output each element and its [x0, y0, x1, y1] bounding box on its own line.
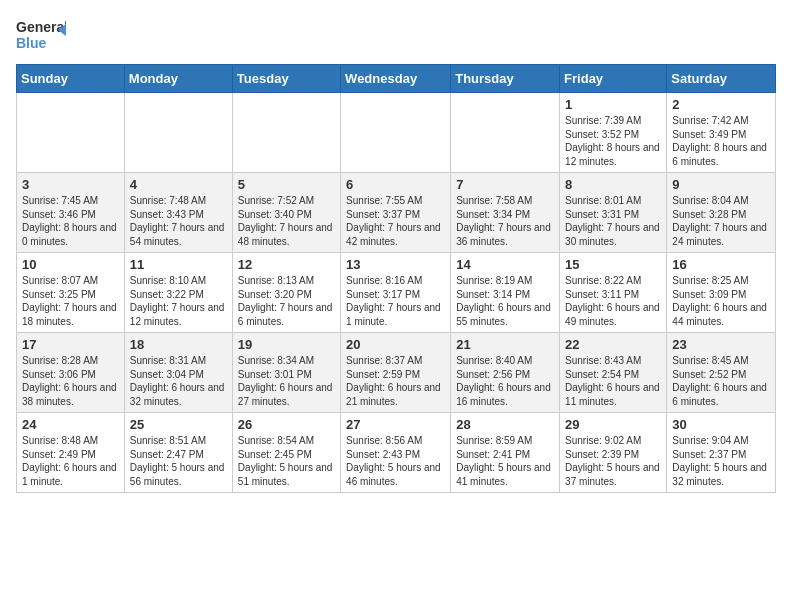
day-number: 21	[456, 337, 554, 352]
day-cell: 9Sunrise: 8:04 AM Sunset: 3:28 PM Daylig…	[667, 173, 776, 253]
week-row-2: 3Sunrise: 7:45 AM Sunset: 3:46 PM Daylig…	[17, 173, 776, 253]
day-info: Sunrise: 8:19 AM Sunset: 3:14 PM Dayligh…	[456, 275, 551, 327]
day-cell: 19Sunrise: 8:34 AM Sunset: 3:01 PM Dayli…	[232, 333, 340, 413]
day-number: 30	[672, 417, 770, 432]
day-info: Sunrise: 8:25 AM Sunset: 3:09 PM Dayligh…	[672, 275, 767, 327]
header-row: SundayMondayTuesdayWednesdayThursdayFrid…	[17, 65, 776, 93]
day-cell: 15Sunrise: 8:22 AM Sunset: 3:11 PM Dayli…	[560, 253, 667, 333]
day-number: 6	[346, 177, 445, 192]
day-info: Sunrise: 8:40 AM Sunset: 2:56 PM Dayligh…	[456, 355, 551, 407]
day-number: 3	[22, 177, 119, 192]
day-cell: 10Sunrise: 8:07 AM Sunset: 3:25 PM Dayli…	[17, 253, 125, 333]
calendar-table: SundayMondayTuesdayWednesdayThursdayFrid…	[16, 64, 776, 493]
day-cell: 7Sunrise: 7:58 AM Sunset: 3:34 PM Daylig…	[451, 173, 560, 253]
day-cell: 22Sunrise: 8:43 AM Sunset: 2:54 PM Dayli…	[560, 333, 667, 413]
day-number: 10	[22, 257, 119, 272]
day-number: 13	[346, 257, 445, 272]
day-cell: 3Sunrise: 7:45 AM Sunset: 3:46 PM Daylig…	[17, 173, 125, 253]
day-cell: 29Sunrise: 9:02 AM Sunset: 2:39 PM Dayli…	[560, 413, 667, 493]
day-number: 27	[346, 417, 445, 432]
day-info: Sunrise: 8:43 AM Sunset: 2:54 PM Dayligh…	[565, 355, 660, 407]
day-number: 20	[346, 337, 445, 352]
day-info: Sunrise: 9:02 AM Sunset: 2:39 PM Dayligh…	[565, 435, 660, 487]
day-number: 9	[672, 177, 770, 192]
day-number: 26	[238, 417, 335, 432]
day-cell	[124, 93, 232, 173]
header-cell-saturday: Saturday	[667, 65, 776, 93]
day-info: Sunrise: 8:56 AM Sunset: 2:43 PM Dayligh…	[346, 435, 441, 487]
day-info: Sunrise: 7:48 AM Sunset: 3:43 PM Dayligh…	[130, 195, 225, 247]
day-cell: 13Sunrise: 8:16 AM Sunset: 3:17 PM Dayli…	[341, 253, 451, 333]
day-cell: 30Sunrise: 9:04 AM Sunset: 2:37 PM Dayli…	[667, 413, 776, 493]
day-cell: 6Sunrise: 7:55 AM Sunset: 3:37 PM Daylig…	[341, 173, 451, 253]
day-number: 24	[22, 417, 119, 432]
day-cell: 28Sunrise: 8:59 AM Sunset: 2:41 PM Dayli…	[451, 413, 560, 493]
day-cell	[341, 93, 451, 173]
day-number: 4	[130, 177, 227, 192]
day-info: Sunrise: 8:07 AM Sunset: 3:25 PM Dayligh…	[22, 275, 117, 327]
day-cell	[451, 93, 560, 173]
day-cell: 18Sunrise: 8:31 AM Sunset: 3:04 PM Dayli…	[124, 333, 232, 413]
day-number: 7	[456, 177, 554, 192]
day-cell: 12Sunrise: 8:13 AM Sunset: 3:20 PM Dayli…	[232, 253, 340, 333]
logo: GeneralBlue	[16, 16, 66, 54]
week-row-5: 24Sunrise: 8:48 AM Sunset: 2:49 PM Dayli…	[17, 413, 776, 493]
day-info: Sunrise: 8:59 AM Sunset: 2:41 PM Dayligh…	[456, 435, 551, 487]
day-cell: 1Sunrise: 7:39 AM Sunset: 3:52 PM Daylig…	[560, 93, 667, 173]
day-info: Sunrise: 8:01 AM Sunset: 3:31 PM Dayligh…	[565, 195, 660, 247]
day-info: Sunrise: 8:31 AM Sunset: 3:04 PM Dayligh…	[130, 355, 225, 407]
day-info: Sunrise: 8:51 AM Sunset: 2:47 PM Dayligh…	[130, 435, 225, 487]
day-cell: 16Sunrise: 8:25 AM Sunset: 3:09 PM Dayli…	[667, 253, 776, 333]
day-cell: 4Sunrise: 7:48 AM Sunset: 3:43 PM Daylig…	[124, 173, 232, 253]
day-number: 29	[565, 417, 661, 432]
day-info: Sunrise: 8:34 AM Sunset: 3:01 PM Dayligh…	[238, 355, 333, 407]
day-info: Sunrise: 7:39 AM Sunset: 3:52 PM Dayligh…	[565, 115, 660, 167]
header-cell-thursday: Thursday	[451, 65, 560, 93]
header-cell-friday: Friday	[560, 65, 667, 93]
day-number: 1	[565, 97, 661, 112]
day-cell: 24Sunrise: 8:48 AM Sunset: 2:49 PM Dayli…	[17, 413, 125, 493]
day-number: 18	[130, 337, 227, 352]
day-info: Sunrise: 8:22 AM Sunset: 3:11 PM Dayligh…	[565, 275, 660, 327]
day-number: 23	[672, 337, 770, 352]
day-number: 28	[456, 417, 554, 432]
day-cell	[17, 93, 125, 173]
day-cell: 25Sunrise: 8:51 AM Sunset: 2:47 PM Dayli…	[124, 413, 232, 493]
day-number: 15	[565, 257, 661, 272]
day-number: 12	[238, 257, 335, 272]
day-cell: 14Sunrise: 8:19 AM Sunset: 3:14 PM Dayli…	[451, 253, 560, 333]
day-info: Sunrise: 8:28 AM Sunset: 3:06 PM Dayligh…	[22, 355, 117, 407]
day-number: 14	[456, 257, 554, 272]
svg-text:Blue: Blue	[16, 35, 47, 51]
day-cell: 27Sunrise: 8:56 AM Sunset: 2:43 PM Dayli…	[341, 413, 451, 493]
header: GeneralBlue	[16, 16, 776, 54]
day-info: Sunrise: 7:52 AM Sunset: 3:40 PM Dayligh…	[238, 195, 333, 247]
day-cell: 20Sunrise: 8:37 AM Sunset: 2:59 PM Dayli…	[341, 333, 451, 413]
day-cell: 17Sunrise: 8:28 AM Sunset: 3:06 PM Dayli…	[17, 333, 125, 413]
day-number: 11	[130, 257, 227, 272]
header-cell-sunday: Sunday	[17, 65, 125, 93]
week-row-1: 1Sunrise: 7:39 AM Sunset: 3:52 PM Daylig…	[17, 93, 776, 173]
header-cell-tuesday: Tuesday	[232, 65, 340, 93]
day-number: 16	[672, 257, 770, 272]
day-cell: 26Sunrise: 8:54 AM Sunset: 2:45 PM Dayli…	[232, 413, 340, 493]
day-cell: 5Sunrise: 7:52 AM Sunset: 3:40 PM Daylig…	[232, 173, 340, 253]
day-info: Sunrise: 8:13 AM Sunset: 3:20 PM Dayligh…	[238, 275, 333, 327]
day-info: Sunrise: 8:04 AM Sunset: 3:28 PM Dayligh…	[672, 195, 767, 247]
header-cell-monday: Monday	[124, 65, 232, 93]
svg-text:General: General	[16, 19, 66, 35]
day-info: Sunrise: 9:04 AM Sunset: 2:37 PM Dayligh…	[672, 435, 767, 487]
week-row-4: 17Sunrise: 8:28 AM Sunset: 3:06 PM Dayli…	[17, 333, 776, 413]
day-info: Sunrise: 8:45 AM Sunset: 2:52 PM Dayligh…	[672, 355, 767, 407]
week-row-3: 10Sunrise: 8:07 AM Sunset: 3:25 PM Dayli…	[17, 253, 776, 333]
day-info: Sunrise: 8:10 AM Sunset: 3:22 PM Dayligh…	[130, 275, 225, 327]
day-cell: 21Sunrise: 8:40 AM Sunset: 2:56 PM Dayli…	[451, 333, 560, 413]
day-info: Sunrise: 7:45 AM Sunset: 3:46 PM Dayligh…	[22, 195, 117, 247]
day-info: Sunrise: 7:58 AM Sunset: 3:34 PM Dayligh…	[456, 195, 551, 247]
header-cell-wednesday: Wednesday	[341, 65, 451, 93]
day-cell	[232, 93, 340, 173]
day-info: Sunrise: 8:48 AM Sunset: 2:49 PM Dayligh…	[22, 435, 117, 487]
day-cell: 8Sunrise: 8:01 AM Sunset: 3:31 PM Daylig…	[560, 173, 667, 253]
day-number: 19	[238, 337, 335, 352]
day-info: Sunrise: 8:54 AM Sunset: 2:45 PM Dayligh…	[238, 435, 333, 487]
